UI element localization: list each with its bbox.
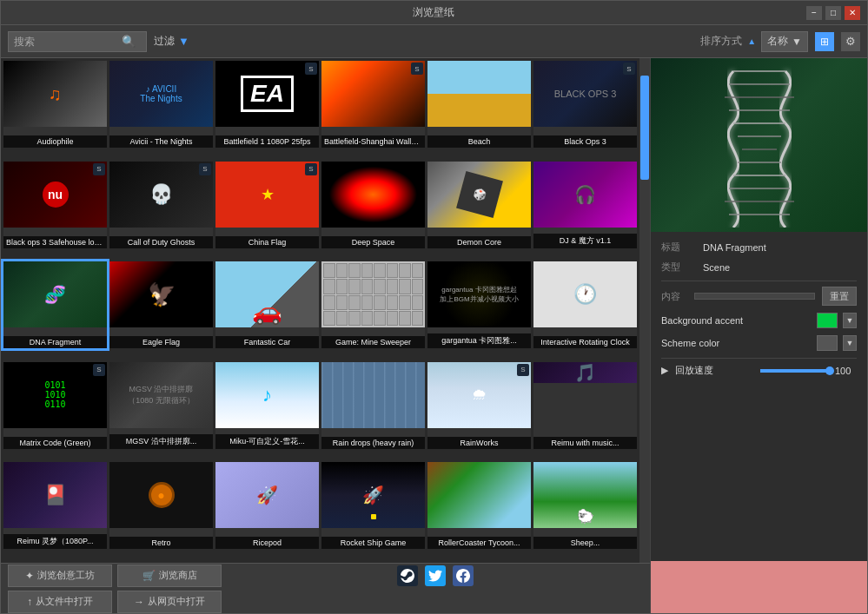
list-item[interactable]: ★ S China Flag	[215, 162, 319, 248]
scheme-color-dropdown[interactable]: ▼	[843, 335, 857, 351]
content-row: 内容 重置	[661, 287, 857, 306]
wallpaper-title: Reimu 灵梦（1080P...	[3, 534, 107, 549]
scrollbar-thumb[interactable]	[640, 76, 649, 180]
list-item[interactable]: 🚀 Rocket Ship Game	[321, 462, 425, 549]
title-prop-label: 标题	[661, 241, 696, 254]
maximize-button[interactable]: □	[825, 6, 841, 20]
pink-area	[651, 561, 867, 613]
content-bar	[694, 293, 815, 300]
scrollbar[interactable]	[639, 58, 650, 563]
main-content: ♫ Audiophile ♪ AVICIIThe Nights Avicii -…	[1, 58, 867, 613]
close-button[interactable]: ✕	[845, 6, 860, 20]
store-icon: 🛒	[142, 570, 156, 582]
list-item[interactable]: gargantua 卡冈图雅想起加上BGM并减小视频大小 gargantua 卡…	[427, 261, 531, 348]
wallpaper-title: Battlefield 1 1080P 25fps	[215, 135, 319, 148]
list-item[interactable]: ● Retro	[109, 462, 213, 549]
reset-button[interactable]: 重置	[822, 287, 857, 306]
filter-label: 过滤	[154, 34, 175, 49]
speed-slider-container: 100	[760, 366, 857, 376]
title-bar: 浏览壁纸 − □ ✕	[1, 1, 867, 25]
wallpaper-title: Miku-可自定义-雪花...	[215, 434, 319, 449]
filter-icon[interactable]: ▼	[178, 35, 189, 48]
grid-area: ♫ Audiophile ♪ AVICIIThe Nights Avicii -…	[1, 58, 650, 613]
list-item[interactable]: ♪ Miku-可自定义-雪花...	[215, 362, 319, 449]
list-item[interactable]: 🚗 Fantastic Car	[215, 261, 319, 348]
scheme-color-row: Scheme color ▼	[661, 335, 857, 351]
twitter-icon[interactable]	[425, 565, 446, 586]
list-item[interactable]: S Battlefield-Shanghai Wallpaper	[321, 61, 425, 148]
search-button[interactable]: 🔍	[122, 35, 136, 48]
open-web-button[interactable]: → 从网页中打开	[117, 591, 222, 613]
list-item[interactable]: EA S Battlefield 1 1080P 25fps	[215, 61, 319, 148]
speed-value: 100	[835, 366, 857, 376]
wallpaper-title: Retro	[109, 537, 213, 549]
list-item[interactable]: 010110100110 S Matrix Code (Green)	[3, 362, 107, 449]
list-item[interactable]: 💀 S Call of Duty Ghosts	[109, 162, 213, 248]
steam-icon[interactable]	[397, 565, 418, 586]
list-item[interactable]: 🎵 Reimu with music...	[533, 362, 637, 449]
playback-toggle[interactable]: ▶	[661, 365, 668, 376]
list-item[interactable]: 🧬 DNA Fragment	[3, 261, 107, 348]
wallpaper-title: Black ops 3 Safehouse loading screen (no…	[3, 236, 107, 248]
wallpaper-title: Call of Duty Ghosts	[109, 236, 213, 248]
list-item[interactable]: BLACK OPS 3 S Black Ops 3	[533, 61, 637, 148]
wallpaper-title: Ricepod	[215, 537, 319, 549]
list-item[interactable]: 🚀 Ricepod	[215, 462, 319, 549]
list-item[interactable]: Rain drops (heavy rain)	[321, 362, 425, 449]
list-item[interactable]: 🐑 Sheep...	[533, 462, 637, 549]
sort-area: 排序方式 ▲ 名称 ▼	[700, 31, 808, 52]
wallpaper-title: Demon Core	[427, 236, 531, 248]
window-controls: − □ ✕	[806, 6, 860, 20]
title-prop-row: 标题 DNA Fragment	[661, 241, 857, 254]
list-item[interactable]: 🕐 Interactive Rotating Clock	[533, 261, 637, 348]
facebook-icon[interactable]	[453, 565, 474, 586]
search-box: 🔍	[8, 31, 147, 52]
settings-button[interactable]: ⚙	[841, 32, 860, 51]
workshop-icon: ✦	[25, 570, 34, 582]
sort-dropdown[interactable]: 名称 ▼	[761, 31, 808, 52]
list-item[interactable]: nu S Black ops 3 Safehouse loading scree…	[3, 162, 107, 248]
chevron-down-icon: ▼	[792, 36, 802, 48]
list-item[interactable]: ♪ AVICIIThe Nights Avicii - The Nights	[109, 61, 213, 148]
list-item[interactable]: Beach	[427, 61, 531, 148]
wallpaper-grid: ♫ Audiophile ♪ AVICIIThe Nights Avicii -…	[1, 58, 639, 563]
list-item[interactable]: 🎲 Demon Core	[427, 162, 531, 248]
wallpaper-title: Sheep...	[533, 537, 637, 549]
grid-view-button[interactable]: ⊞	[815, 32, 834, 51]
search-input[interactable]	[14, 36, 118, 48]
type-prop-label: 类型	[661, 261, 696, 274]
list-item[interactable]: 🎴 Reimu 灵梦（1080P...	[3, 462, 107, 549]
wallpaper-title: DJ & 魔方 v1.1	[533, 234, 637, 248]
wallpaper-title: RollerCoaster Tycoon...	[427, 537, 531, 549]
steam-badge: S	[199, 163, 211, 175]
workshop-button[interactable]: ✦ 浏览创意工坊	[8, 564, 112, 587]
right-panel: 标题 DNA Fragment 类型 Scene 内容 重置 Backgroun…	[650, 58, 867, 613]
open-file-button[interactable]: ↑ 从文件中打开	[8, 591, 112, 613]
list-item[interactable]: ♫ Audiophile	[3, 61, 107, 148]
type-prop-value: Scene	[703, 262, 730, 273]
wallpaper-title: Rocket Ship Game	[321, 537, 425, 549]
steam-badge: S	[305, 163, 317, 175]
sort-direction-icon[interactable]: ▲	[747, 36, 756, 46]
sort-value: 名称	[767, 34, 788, 49]
speed-slider[interactable]	[760, 369, 830, 373]
minimize-button[interactable]: −	[806, 6, 822, 20]
list-item[interactable]: RollerCoaster Tycoon...	[427, 462, 531, 549]
social-icons	[397, 565, 474, 586]
store-button[interactable]: 🛒 浏览商店	[117, 564, 222, 587]
list-item[interactable]: Game: Mine Sweeper	[321, 261, 425, 348]
steam-badge: S	[411, 63, 423, 75]
list-item[interactable]: MGSV 沿中排拼廓（1080 无限循环） MGSV 沿中排拼廓...	[109, 362, 213, 449]
grid-scroll-wrapper: ♫ Audiophile ♪ AVICIIThe Nights Avicii -…	[1, 58, 650, 563]
list-item[interactable]: 🎧 DJ & 魔方 v1.1	[533, 162, 637, 248]
list-item[interactable]: 🦅 Eagle Flag	[109, 261, 213, 348]
toolbar: 🔍 过滤 ▼ 排序方式 ▲ 名称 ▼ ⊞ ⚙	[1, 25, 867, 58]
list-item[interactable]: 🌧 S RainWorks	[427, 362, 531, 449]
bg-accent-dropdown[interactable]: ▼	[843, 313, 857, 328]
bg-accent-swatch[interactable]	[817, 313, 838, 328]
list-item[interactable]: Deep Space	[321, 162, 425, 248]
filter-area: 过滤 ▼	[154, 34, 189, 49]
bottom-buttons-row2: ↑ 从文件中打开 → 从网页中打开	[8, 591, 643, 613]
upload-icon: ↑	[27, 596, 32, 608]
scheme-color-swatch[interactable]	[817, 335, 838, 351]
